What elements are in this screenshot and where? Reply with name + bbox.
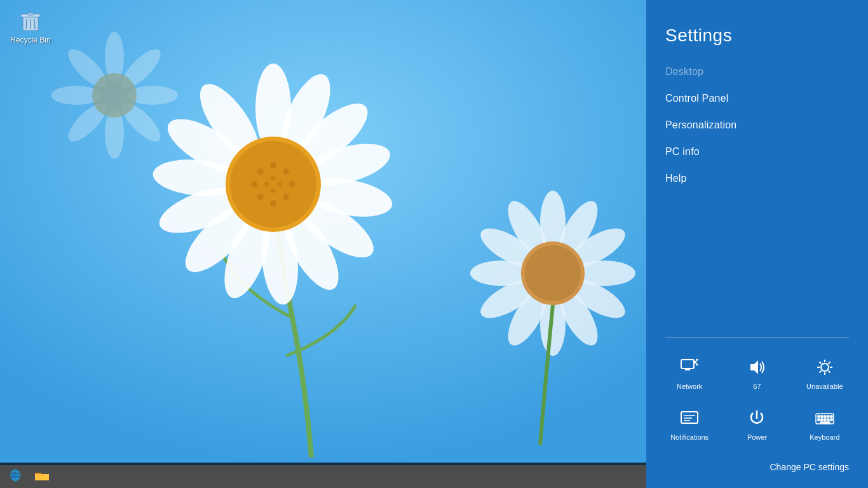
- svg-point-25: [264, 182, 269, 187]
- settings-title: Settings: [646, 0, 868, 58]
- svg-point-16: [230, 141, 316, 227]
- notifications-icon: [678, 407, 701, 430]
- svg-point-24: [251, 181, 257, 187]
- svg-line-75: [819, 362, 821, 364]
- svg-rect-87: [824, 416, 826, 417]
- brightness-icon: [813, 356, 836, 379]
- svg-point-70: [821, 363, 829, 371]
- svg-point-51: [92, 73, 137, 118]
- settings-divider: [665, 337, 849, 338]
- svg-point-21: [283, 194, 289, 200]
- svg-rect-94: [831, 419, 832, 421]
- svg-line-55: [26, 19, 27, 29]
- svg-point-23: [257, 194, 264, 200]
- settings-quick-settings-grid: Network 67: [646, 344, 868, 452]
- svg-rect-86: [821, 416, 823, 417]
- change-pc-settings-link[interactable]: Change PC settings: [646, 452, 868, 488]
- settings-panel: Settings Desktop Control Panel Personali…: [646, 0, 868, 488]
- svg-rect-92: [824, 419, 826, 421]
- svg-marker-69: [750, 360, 758, 374]
- svg-rect-88: [827, 416, 829, 417]
- taskbar-file-explorer-icon[interactable]: [29, 464, 55, 487]
- settings-volume-item[interactable]: 67: [726, 351, 787, 395]
- svg-point-18: [270, 162, 276, 168]
- recycle-bin-icon[interactable]: Recycle Bin: [5, 5, 56, 47]
- svg-line-76: [828, 371, 830, 373]
- power-label: Power: [747, 433, 767, 441]
- brightness-label: Unavailable: [806, 383, 843, 390]
- network-label: Network: [677, 383, 702, 390]
- svg-line-78: [819, 371, 821, 373]
- svg-rect-85: [818, 416, 820, 417]
- svg-point-42: [525, 245, 581, 301]
- network-icon: [678, 356, 701, 379]
- svg-point-27: [271, 175, 276, 180]
- notifications-label: Notifications: [670, 433, 709, 441]
- power-icon: [745, 407, 768, 430]
- svg-rect-95: [820, 422, 830, 423]
- settings-keyboard-item[interactable]: Keyboard: [794, 402, 855, 446]
- svg-line-77: [828, 362, 830, 364]
- taskbar-ie-icon[interactable]: [3, 464, 28, 487]
- keyboard-icon: [813, 407, 836, 430]
- svg-rect-54: [27, 13, 34, 15]
- svg-rect-93: [827, 419, 829, 421]
- svg-line-57: [34, 19, 35, 29]
- svg-rect-61: [681, 360, 694, 369]
- svg-point-19: [283, 168, 289, 175]
- svg-point-17: [257, 168, 264, 175]
- desktop-background: [0, 0, 646, 465]
- recycle-bin-label: Recycle Bin: [10, 36, 50, 44]
- desktop: Recycle Bin: [0, 0, 646, 465]
- taskbar: [0, 463, 646, 488]
- settings-network-item[interactable]: Network: [659, 351, 720, 395]
- settings-menu: Desktop Control Panel Personalization PC…: [646, 58, 868, 331]
- settings-item-desktop: Desktop: [665, 58, 849, 85]
- svg-point-28: [271, 188, 276, 193]
- svg-rect-89: [831, 416, 832, 417]
- svg-rect-91: [821, 419, 823, 421]
- volume-label: 67: [753, 383, 761, 390]
- svg-rect-79: [681, 412, 698, 423]
- settings-brightness-item[interactable]: Unavailable: [794, 351, 855, 395]
- settings-item-control-panel[interactable]: Control Panel: [665, 85, 849, 112]
- svg-point-20: [289, 181, 295, 187]
- settings-item-help[interactable]: Help: [665, 165, 849, 192]
- settings-item-personalization[interactable]: Personalization: [665, 112, 849, 139]
- settings-item-pc-info[interactable]: PC info: [665, 139, 849, 165]
- svg-point-26: [277, 182, 282, 187]
- settings-power-item[interactable]: Power: [726, 402, 787, 446]
- svg-rect-90: [818, 419, 820, 421]
- keyboard-label: Keyboard: [810, 433, 839, 441]
- volume-icon: [745, 356, 768, 379]
- svg-point-22: [270, 200, 276, 207]
- settings-notifications-item[interactable]: Notifications: [659, 402, 720, 446]
- recycle-bin-image: [18, 8, 43, 33]
